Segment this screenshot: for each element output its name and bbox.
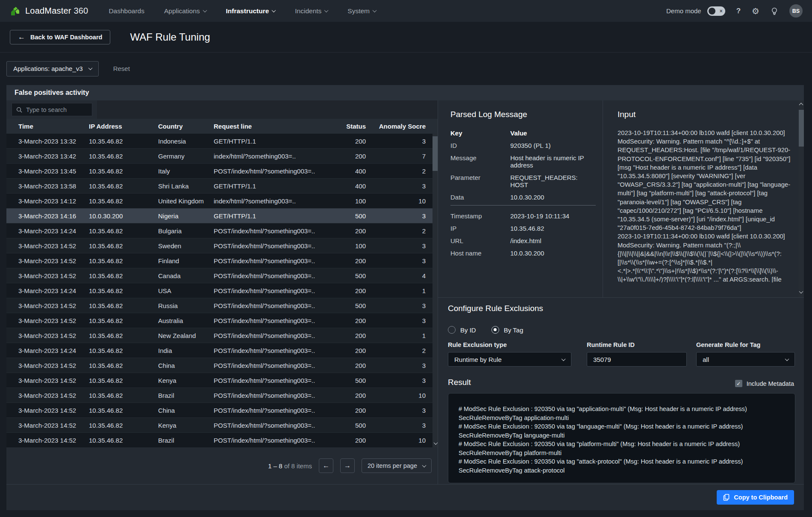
cell-ip: 10.35.46.82 [89, 167, 158, 175]
scrollbar-thumb[interactable] [799, 110, 804, 147]
table-row[interactable]: 3-March-2023 13:4210.35.46.82Germanyinde… [6, 148, 438, 163]
cell-time: 3-March-2023 13:45 [18, 167, 89, 175]
cell-anomaly-score: 3 [366, 242, 426, 250]
cell-time: 3-March-2023 14:52 [18, 242, 89, 250]
back-to-waf-dashboard-button[interactable]: ← Back to WAF Dashboard [10, 30, 110, 44]
loadmaster-logo-icon [9, 5, 21, 17]
result-line: # ModSec Rule Exclusion : 920350 via tag… [459, 457, 785, 466]
applications-filter-dropdown[interactable]: Applications: apache_v3 [6, 61, 99, 76]
cell-country: India [158, 347, 214, 354]
cell-time: 3-March-2023 13:42 [18, 153, 89, 160]
nav-item-dashboards[interactable]: Dashboards [109, 7, 144, 15]
nav-item-incidents[interactable]: Incidents [295, 7, 328, 15]
result-line: SecRuleRemoveByTag language-multi [459, 431, 785, 440]
cell-ip: 10.35.46.82 [89, 407, 158, 414]
table-row[interactable]: 3-March-2023 14:5210.35.46.82BrazilPOST/… [6, 432, 438, 447]
input-scrollbar[interactable] [799, 100, 804, 297]
cell-anomaly-score: 3 [366, 362, 426, 369]
scroll-down-chevron-icon[interactable] [799, 289, 803, 294]
log-key: Message [450, 154, 510, 169]
panel-content: Time IP Address Country Request line Sta… [6, 100, 804, 484]
checkbox-checked-icon: ✓ [735, 380, 742, 387]
prev-page-button[interactable]: ← [319, 458, 333, 473]
cell-request: POST/index/html/?something003=.. [214, 227, 325, 235]
table-scrollbar[interactable] [432, 133, 438, 447]
copy-to-clipboard-button[interactable]: Copy to Clipboard [717, 490, 794, 505]
cell-status: 500 [325, 302, 366, 309]
log-key: Key [450, 129, 510, 137]
cell-anomaly-score: 1 [366, 287, 426, 294]
search-box[interactable] [12, 103, 92, 116]
chevron-down-icon [562, 357, 566, 361]
table-row[interactable]: 3-March-2023 14:5210.35.46.82KenyaPOST/i… [6, 417, 438, 432]
cell-status: 500 [325, 377, 366, 384]
cell-request: POST/index/html/?something003=.. [214, 317, 325, 324]
rule-exclusion-type-dropdown[interactable]: Runtime by Rule [448, 352, 571, 367]
search-input[interactable] [26, 106, 86, 113]
items-per-page-value: 20 items per page [368, 462, 417, 469]
table-row[interactable]: 3-March-2023 14:5210.35.46.82RussiaPOST/… [6, 298, 438, 313]
toggle-knob [709, 8, 715, 15]
cell-country: Nigeria [158, 212, 214, 220]
table-row[interactable]: 3-March-2023 14:2410.35.46.82IndiaPOST/i… [6, 343, 438, 358]
demo-mode-toggle[interactable]: × [707, 6, 725, 16]
avatar[interactable]: BS [789, 4, 803, 18]
cell-ip: 10.0.30.200 [89, 212, 158, 220]
back-arrow-icon: ← [18, 33, 25, 41]
scroll-up-chevron-icon[interactable] [799, 103, 803, 107]
table-row[interactable]: 3-March-2023 14:5210.35.46.82SwedenPOST/… [6, 238, 438, 253]
radio-by-id[interactable]: By ID [448, 326, 476, 334]
table-row[interactable]: 3-March-2023 14:2410.35.46.82USAPOST/ind… [6, 283, 438, 298]
runtime-rule-id-input[interactable] [593, 356, 680, 363]
generate-rule-for-tag-dropdown[interactable]: all [696, 352, 795, 367]
settings-gear-icon[interactable]: ⚙ [752, 6, 759, 16]
items-per-page-dropdown[interactable]: 20 items per page [362, 458, 432, 473]
pagination-count: 1 – 8 of 8 items [268, 462, 312, 470]
cell-anomaly-score: 3 [366, 377, 426, 384]
cell-ip: 10.35.46.82 [89, 153, 158, 160]
next-page-button[interactable]: → [340, 458, 355, 473]
search-row [6, 100, 438, 119]
cell-status: 200 [325, 437, 366, 444]
input-title: Input [618, 110, 794, 119]
rule-exclusion-type-field: Rule Exclusion type Runtime by Rule [448, 341, 571, 367]
table-row[interactable]: 3-March-2023 14:5210.35.46.82ChinaPOST/i… [6, 402, 438, 417]
table-row[interactable]: 3-March-2023 13:5810.35.46.82Shri LankaG… [6, 178, 438, 193]
nav-right: Demo mode × ? ⚙ BS [666, 4, 803, 18]
scrollbar-thumb[interactable] [432, 136, 438, 171]
include-metadata-checkbox[interactable]: ✓ Include Metadata [735, 380, 794, 387]
cell-time: 3-March-2023 14:24 [18, 287, 89, 294]
table-row[interactable]: 3-March-2023 14:5210.35.46.82New Zealand… [6, 328, 438, 343]
nav-item-applications[interactable]: Applications [164, 7, 206, 15]
nav-item-system[interactable]: System [347, 7, 376, 15]
log-key: Host name [450, 250, 510, 257]
table-row[interactable]: 3-March-2023 13:4510.35.46.82ItalyPOST/i… [6, 163, 438, 178]
search-block [6, 100, 97, 119]
cell-request: POST/index/html/?something003=.. [214, 302, 325, 309]
table-row[interactable]: 3-March-2023 14:5210.35.46.82ChinaPOST/i… [6, 358, 438, 373]
help-icon[interactable]: ? [736, 7, 741, 15]
table-row[interactable]: 3-March-2023 14:5210.35.46.82BrazilPOST/… [6, 388, 438, 402]
table-row[interactable]: 3-March-2023 14:5210.35.46.82AustraliaPO… [6, 313, 438, 328]
cell-status: 200 [325, 257, 366, 264]
table-row[interactable]: 3-March-2023 14:5210.35.46.82CanadaPOST/… [6, 268, 438, 283]
reset-link[interactable]: Reset [113, 65, 130, 72]
table-row[interactable]: 3-March-2023 14:5210.35.46.82KenyaPOST/i… [6, 373, 438, 388]
table-row[interactable]: 3-March-2023 14:2410.35.46.82BulgariaPOS… [6, 223, 438, 238]
table-row[interactable]: 3-March-2023 13:3210.35.46.82IndonesiaGE… [6, 133, 438, 148]
radio-by-id-label: By ID [460, 326, 476, 334]
table-row[interactable]: 3-March-2023 14:5210.35.46.82FinlandPOST… [6, 253, 438, 268]
nav-item-infrastructure[interactable]: Infrastructure [226, 7, 276, 15]
configure-rule-exclusions-section: Configure Rule Exclusions By ID By Tag R… [438, 298, 804, 484]
radio-circle-icon [491, 326, 499, 334]
radio-by-tag[interactable]: By Tag [491, 326, 524, 334]
cell-country: New Zealand [158, 332, 214, 339]
cell-ip: 10.35.46.82 [89, 437, 158, 444]
cell-ip: 10.35.46.82 [89, 377, 158, 384]
include-metadata-label: Include Metadata [747, 380, 794, 387]
cell-country: China [158, 362, 214, 369]
table-row[interactable]: 3-March-2023 14:1210.35.46.82United King… [6, 193, 438, 208]
table-row[interactable]: 3-March-2023 14:1610.0.30.200NigeriaGET/… [6, 208, 438, 223]
lightbulb-icon[interactable] [771, 7, 778, 15]
log-value: 2023-10-19 10:11:34 [510, 212, 596, 220]
